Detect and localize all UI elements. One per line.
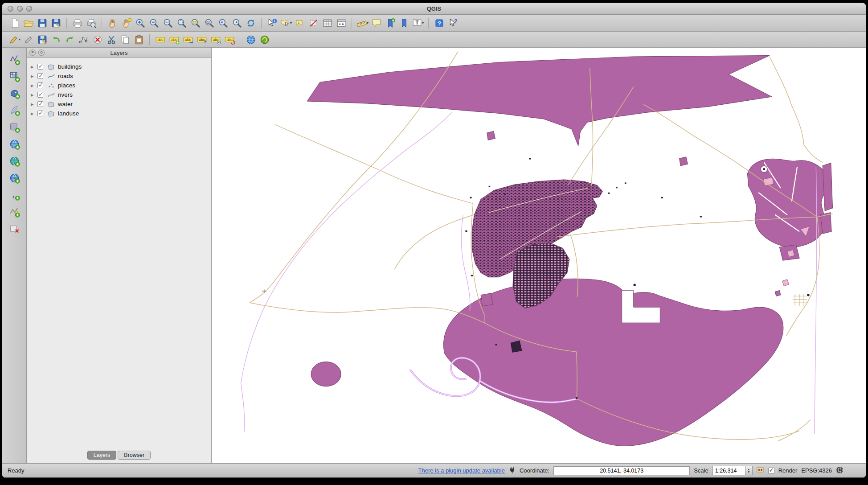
coordinate-input[interactable]	[553, 466, 690, 475]
pan-to-selection-button[interactable]	[119, 16, 133, 30]
python-console-button[interactable]	[258, 33, 271, 46]
crs-status-icon[interactable]	[836, 466, 843, 475]
render-checkbox[interactable]	[768, 468, 774, 474]
layer-visibility-checkbox[interactable]	[37, 73, 43, 79]
text-annotation-button[interactable]: T▾	[411, 16, 425, 30]
panel-tab-layers[interactable]: Layers	[87, 451, 117, 460]
expand-arrow-icon[interactable]: ▶	[31, 102, 37, 107]
zoom-out-button[interactable]	[147, 16, 161, 30]
composer-manager-button[interactable]	[84, 16, 98, 30]
save-layer-edits-button[interactable]	[35, 33, 49, 46]
layer-labeling-options-icon: abc	[155, 34, 166, 45]
undo-edits-button[interactable]	[49, 33, 63, 46]
new-shapefile-layer-button[interactable]	[7, 206, 22, 220]
layer-visibility-checkbox[interactable]	[37, 92, 43, 98]
current-edits-button[interactable]: ▾	[8, 33, 21, 46]
new-print-composer-button[interactable]	[70, 16, 84, 30]
copy-features-button[interactable]	[118, 33, 132, 46]
add-mssql-layer-button[interactable]	[7, 121, 22, 135]
show-bookmarks-button[interactable]	[397, 16, 411, 30]
layer-item-rivers[interactable]: ▶rivers	[27, 90, 211, 99]
scale-input[interactable]	[713, 466, 745, 475]
save-project-button[interactable]	[35, 16, 49, 30]
pan-map-button[interactable]	[106, 16, 119, 30]
layer-labeling-options-button[interactable]: abc	[153, 33, 167, 46]
layer-visibility-checkbox[interactable]	[37, 111, 43, 116]
metasearch-button[interactable]	[244, 33, 258, 46]
minimize-button[interactable]	[17, 6, 23, 12]
save-project-as-button[interactable]	[49, 16, 63, 30]
plugin-update-link[interactable]: There is a plugin update available	[418, 467, 505, 474]
add-delimited-text-layer-button[interactable]: ,	[7, 189, 22, 203]
delete-selected-button[interactable]	[90, 33, 104, 46]
measure-line-button[interactable]: ▾	[356, 16, 369, 30]
label-move-button[interactable]: abc	[181, 33, 195, 46]
label-show-hide-button[interactable]: abc	[209, 33, 222, 46]
add-wcs-layer-button[interactable]	[7, 155, 22, 169]
whats-this-button[interactable]: ?	[446, 16, 460, 30]
dropdown-arrow-icon[interactable]: ▾	[422, 21, 424, 25]
new-bookmark-button[interactable]	[383, 16, 397, 30]
content-area: , ✕ ◇ Layers ▶buildings▶roads▶places▶riv…	[2, 48, 866, 463]
redo-edits-button[interactable]	[63, 33, 77, 46]
expand-arrow-icon[interactable]: ▶	[31, 93, 37, 97]
zoom-native-button[interactable]	[161, 16, 175, 30]
zoom-to-layer-button[interactable]	[202, 16, 216, 30]
zoom-to-selection-button[interactable]	[188, 16, 202, 30]
zoom-next-button[interactable]	[230, 16, 244, 30]
panel-close-icon[interactable]: ✕	[29, 49, 36, 56]
layer-item-buildings[interactable]: ▶buildings	[27, 62, 211, 71]
help-button[interactable]: ?	[432, 16, 446, 30]
add-wms-layer-button[interactable]	[7, 138, 22, 152]
layer-item-water[interactable]: ▶water	[27, 99, 211, 109]
render-status-icon[interactable]	[757, 466, 764, 475]
add-vector-layer-button[interactable]	[7, 53, 22, 67]
zoom-full-button[interactable]	[175, 16, 188, 30]
panel-float-icon[interactable]: ◇	[38, 49, 45, 56]
layer-item-landuse[interactable]: ▶landuse	[27, 109, 211, 118]
label-rotate-button[interactable]: abc	[222, 33, 236, 46]
dropdown-arrow-icon[interactable]: ▾	[367, 21, 368, 25]
open-project-button[interactable]	[21, 16, 35, 30]
dropdown-arrow-icon[interactable]: ▾	[290, 21, 292, 25]
zoom-button[interactable]	[26, 6, 32, 12]
dropdown-arrow-icon[interactable]: ▾	[19, 37, 20, 41]
layer-visibility-checkbox[interactable]	[37, 64, 43, 70]
zoom-in-button[interactable]	[133, 16, 147, 30]
label-add-button[interactable]: abc	[167, 33, 181, 46]
layer-visibility-checkbox[interactable]	[37, 82, 43, 88]
identify-features-button[interactable]	[265, 16, 279, 30]
add-spatialite-layer-button[interactable]	[7, 104, 22, 118]
map-canvas[interactable]	[212, 48, 866, 463]
deselect-features-button[interactable]	[307, 16, 320, 30]
new-project-button[interactable]	[8, 16, 21, 30]
node-tool-button[interactable]	[77, 33, 90, 46]
scale-stepper-icon[interactable]: ▲▼	[745, 466, 752, 475]
scale-combo[interactable]: ▲▼	[712, 466, 753, 475]
add-wfs-layer-button[interactable]	[7, 172, 22, 186]
zoom-last-button[interactable]	[216, 16, 230, 30]
add-raster-layer-button[interactable]	[7, 70, 22, 84]
refresh-map-button[interactable]	[244, 16, 258, 30]
close-button[interactable]	[8, 6, 13, 12]
cut-features-button[interactable]	[104, 33, 118, 46]
layer-item-places[interactable]: ▶places	[27, 81, 211, 90]
open-attribute-table-button[interactable]	[320, 16, 334, 30]
expand-arrow-icon[interactable]: ▶	[31, 83, 37, 88]
layer-item-roads[interactable]: ▶roads	[27, 71, 211, 81]
expand-arrow-icon[interactable]: ▶	[31, 65, 37, 69]
expand-arrow-icon[interactable]: ▶	[31, 74, 37, 78]
select-features-button[interactable]: ▾	[279, 16, 293, 30]
field-calculator-button[interactable]	[334, 16, 348, 30]
zoom-to-layer-icon	[204, 18, 215, 29]
paste-features-button[interactable]	[132, 33, 146, 46]
label-pin-button[interactable]: abc	[195, 33, 209, 46]
expand-arrow-icon[interactable]: ▶	[31, 111, 37, 116]
layer-visibility-checkbox[interactable]	[37, 101, 43, 107]
select-by-expression-button[interactable]: ε	[293, 16, 307, 30]
toggle-editing-button[interactable]	[21, 33, 35, 46]
panel-tab-browser[interactable]: Browser	[118, 451, 151, 460]
map-tips-button[interactable]	[369, 16, 383, 30]
remove-layer-button[interactable]	[7, 222, 22, 237]
add-postgis-layer-button[interactable]	[7, 87, 22, 101]
